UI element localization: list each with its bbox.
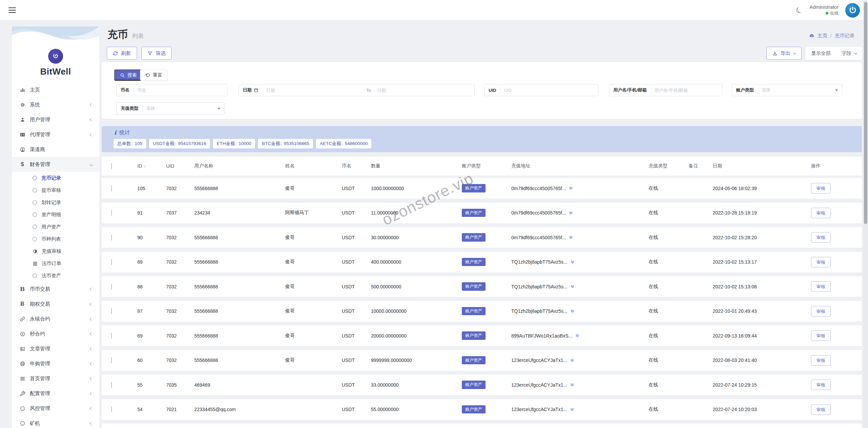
sidebar-item-perpetual[interactable]: 永续合约 (12, 311, 99, 326)
column-header[interactable]: 账户类型 (462, 163, 511, 169)
audit-button[interactable]: 审核 (811, 281, 831, 292)
expand-address-chevron-icon[interactable] (569, 235, 573, 240)
expand-address-chevron-icon[interactable] (569, 211, 573, 215)
sidebar-subitem-asset-detail[interactable]: 资产明细 (12, 208, 99, 221)
audit-button[interactable]: 审核 (811, 355, 831, 366)
sidebar-item-agent-mgmt[interactable]: 代理管理 (12, 127, 99, 142)
column-header[interactable]: 用户名称 (194, 163, 285, 169)
sidebar-subitem-withdraw-audit[interactable]: 提币审核 (12, 184, 99, 196)
row-checkbox[interactable] (111, 357, 112, 363)
column-header[interactable]: 备注 (689, 163, 713, 169)
expand-address-chevron-icon[interactable] (570, 284, 575, 289)
account-type-filter[interactable]: 账户类型 选择 (732, 84, 842, 96)
expand-address-chevron-icon[interactable] (570, 358, 574, 363)
cell-coin: USDT (342, 333, 371, 339)
expand-address-chevron-icon[interactable] (575, 333, 579, 338)
sidebar-subitem-label: 法币资产 (41, 272, 61, 279)
sidebar-item-home[interactable]: 主页 (12, 82, 99, 97)
sidebar-item-article-mgmt[interactable]: 文章管理 (12, 341, 99, 356)
row-checkbox[interactable] (111, 308, 112, 314)
hamburger-menu-icon[interactable] (8, 7, 16, 13)
sidebar-item-spot-trade[interactable]: B币币交易 (12, 282, 99, 297)
row-checkbox[interactable] (111, 284, 112, 290)
cell-coin: USDT (342, 358, 371, 363)
account-type-select[interactable]: 选择 (758, 87, 835, 93)
link-icon (19, 316, 25, 322)
export-button[interactable]: 导出 (766, 47, 802, 60)
sidebar-item-second-contract[interactable]: 秒合约 (12, 326, 99, 341)
column-header[interactable]: 姓名 (285, 163, 342, 169)
expand-address-chevron-icon[interactable] (569, 186, 573, 190)
column-header[interactable]: 充值类型 (649, 163, 689, 169)
sidebar-subitem-label: 资产明细 (41, 211, 61, 218)
date-from-input[interactable] (263, 88, 363, 93)
filter-button[interactable]: 筛选 (141, 47, 172, 60)
expand-address-chevron-icon[interactable] (570, 309, 575, 313)
uid-input[interactable] (500, 88, 598, 93)
expand-address-chevron-icon[interactable] (570, 407, 574, 412)
cell-action: 审核 (811, 232, 856, 243)
dark-mode-toggle-moon-icon[interactable]: ☾ (794, 5, 804, 15)
user-input[interactable] (651, 88, 722, 93)
select-all-checkbox[interactable] (111, 163, 112, 169)
sidebar-subitem-deposit-record[interactable]: 充币记录 (12, 172, 99, 184)
audit-button[interactable]: 审核 (811, 306, 831, 317)
user-avatar[interactable] (845, 3, 860, 18)
sidebar-item-finance[interactable]: $财务管理 (12, 157, 99, 172)
wave-decoration (12, 26, 99, 46)
column-header[interactable]: 充值地址 (511, 163, 649, 169)
column-header[interactable]: 币名 (342, 163, 371, 169)
sidebar-item-config-mgmt[interactable]: 配置管理 (12, 386, 99, 401)
sidebar-subitem-fiat-order[interactable]: 法币订单 (12, 257, 99, 269)
row-checkbox[interactable] (111, 333, 112, 339)
column-header[interactable]: ID↑ (137, 163, 166, 169)
column-header[interactable]: 数量 (371, 163, 462, 169)
recharge-type-filter[interactable]: 充值类型 选择 (116, 102, 225, 115)
sidebar-item-subscribe-mgmt[interactable]: 申购管理 (12, 356, 99, 371)
row-checkbox[interactable] (111, 235, 112, 241)
recharge-type-select[interactable]: 选择 (143, 105, 218, 111)
audit-button[interactable]: 审核 (811, 257, 831, 267)
expand-address-chevron-icon[interactable] (570, 260, 575, 264)
sidebar-item-option-trade[interactable]: Ƀ期权交易 (12, 297, 99, 311)
audit-button[interactable]: 审核 (811, 208, 831, 218)
row-checkbox[interactable] (111, 210, 112, 216)
sidebar-item-risk-mgmt[interactable]: 风控管理 (12, 401, 99, 416)
breadcrumb-home[interactable]: 主页 (817, 33, 827, 39)
row-checkbox[interactable] (111, 382, 112, 388)
sidebar-item-channel[interactable]: 渠道商 (12, 142, 99, 157)
user-info[interactable]: Administrator 在线 (810, 4, 839, 16)
audit-button[interactable]: 审核 (811, 380, 831, 390)
sidebar-item-system[interactable]: 系统 (12, 97, 99, 112)
fields-button[interactable]: 字段 (836, 47, 862, 60)
cell-action: 审核 (811, 208, 856, 218)
row-checkbox[interactable] (111, 185, 112, 191)
scrollbar-thumb[interactable] (864, 2, 867, 224)
date-to-input[interactable] (374, 88, 474, 93)
audit-button[interactable]: 审核 (811, 404, 831, 415)
audit-button[interactable]: 审核 (811, 330, 831, 341)
search-button[interactable]: 搜索 (114, 69, 142, 81)
sidebar-subitem-transfer-record[interactable]: 划转记录 (12, 196, 99, 208)
sidebar-subitem-user-asset[interactable]: 用户资产 (12, 221, 99, 233)
audit-button[interactable]: 审核 (811, 232, 831, 243)
refresh-button[interactable]: 刷新 (107, 47, 137, 60)
show-all-button[interactable]: 显示全部 (806, 47, 836, 60)
audit-button[interactable]: 审核 (811, 183, 831, 193)
sidebar-item-miner[interactable]: 矿机 (12, 416, 99, 428)
sidebar-item-label: 申购管理 (30, 361, 50, 367)
row-checkbox[interactable] (111, 259, 112, 265)
news-icon (19, 346, 25, 352)
sidebar-subitem-coin-list[interactable]: 币种列表 (12, 233, 99, 245)
sidebar-subitem-recharge-audit[interactable]: 充值审核 (12, 245, 99, 257)
sidebar-subitem-fiat-asset[interactable]: 法币资产 (12, 269, 99, 282)
column-header[interactable]: UID (166, 163, 194, 169)
coin-input[interactable] (134, 88, 228, 93)
column-header[interactable]: 日期 (713, 163, 811, 169)
sidebar-item-user-mgmt[interactable]: 用户管理 (12, 112, 99, 127)
expand-address-chevron-icon[interactable] (570, 383, 574, 387)
sidebar-item-homepage-mgmt[interactable]: 首页管理 (12, 371, 99, 386)
reset-button[interactable]: 重置 (140, 69, 167, 81)
column-header[interactable]: 操作 (811, 163, 856, 169)
row-checkbox[interactable] (111, 406, 112, 412)
